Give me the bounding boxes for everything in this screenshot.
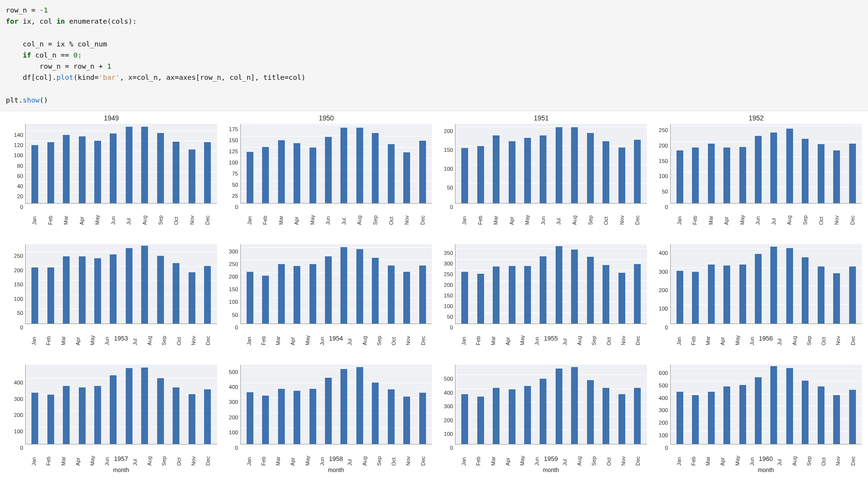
- bar: [786, 368, 793, 444]
- y-tick: 100: [14, 152, 23, 158]
- bar: [509, 389, 515, 444]
- x-tick: May: [305, 444, 310, 467]
- subplot-1960: 0100200300400500600JanFebMarAprMayJun196…: [651, 355, 862, 475]
- x-axis: JanFebMarAprMayJun1960JulAugSepOctNovDec: [670, 444, 862, 467]
- x-tick: Oct: [606, 444, 612, 467]
- bar: [587, 257, 594, 323]
- bar: [340, 128, 347, 203]
- chart-title: 1951: [436, 114, 647, 124]
- subplot-1951: 1951050100150200JanFebMarAprMayJunJulAug…: [436, 114, 647, 235]
- x-tick: Apr: [720, 444, 725, 467]
- chart-title: 1949: [6, 114, 217, 124]
- x-tick: Aug: [142, 204, 147, 226]
- x-tick: Nov: [619, 204, 625, 226]
- x-axis-label: month: [455, 467, 647, 475]
- plot-area: [25, 365, 217, 444]
- bar: [770, 247, 777, 323]
- bar: [739, 265, 746, 324]
- y-tick: 60: [17, 173, 23, 179]
- x-tick: Mar: [275, 324, 281, 346]
- bar: [419, 393, 426, 444]
- x-tick: Jun: [104, 444, 110, 467]
- x-tick: Sep: [376, 324, 382, 346]
- x-tick: Nov: [835, 444, 841, 467]
- x-tick: Nov: [620, 324, 626, 346]
- bar: [262, 147, 269, 203]
- bar: [556, 369, 562, 444]
- bar: [388, 389, 395, 444]
- y-tick: 100: [659, 306, 668, 311]
- x-axis-label: month: [670, 467, 862, 475]
- x-tick: Jul: [347, 324, 353, 346]
- bar: [786, 248, 793, 323]
- y-tick: 0: [665, 204, 668, 210]
- bar: [262, 396, 269, 444]
- bar: [325, 137, 332, 203]
- x-tick: Mar: [493, 204, 499, 226]
- x-tick: Oct: [821, 324, 826, 346]
- bar: [278, 264, 285, 324]
- x-tick: Jul: [562, 444, 568, 467]
- y-tick: 50: [447, 185, 453, 191]
- bar: [802, 257, 809, 323]
- x-tick: Oct: [391, 324, 397, 346]
- x-axis-label: [455, 226, 647, 235]
- bar: [587, 380, 594, 444]
- bar: [708, 144, 715, 203]
- chart-title: [651, 235, 862, 244]
- x-tick: Jul: [132, 444, 138, 467]
- y-tick: 200: [659, 420, 668, 426]
- bar: [477, 274, 484, 324]
- x-tick: Dec: [205, 324, 211, 346]
- x-tick: Jan: [31, 444, 37, 467]
- chart-title: 1950: [221, 114, 432, 124]
- plot-area: [240, 365, 432, 444]
- y-tick: 25: [232, 193, 238, 199]
- y-axis: 050100150200250300350: [436, 244, 455, 324]
- bar: [63, 135, 70, 203]
- bar: [110, 254, 117, 324]
- bar: [524, 266, 531, 324]
- chart-title-inline: 1953: [114, 335, 128, 342]
- x-tick: Nov: [834, 204, 839, 226]
- bar: [372, 133, 379, 203]
- x-tick: Oct: [606, 324, 612, 346]
- y-tick: 250: [14, 253, 23, 259]
- y-tick: 200: [444, 417, 453, 423]
- y-tick: 100: [444, 166, 453, 172]
- y-axis: 050100150200250300: [221, 244, 240, 324]
- y-tick: 150: [229, 137, 238, 143]
- bar: [309, 148, 316, 203]
- x-tick: Feb: [261, 444, 266, 467]
- x-tick: Oct: [603, 204, 609, 226]
- bar: [723, 386, 730, 444]
- y-axis: 050100150200250: [651, 124, 670, 204]
- x-tick: May: [739, 204, 745, 226]
- y-tick: 50: [17, 310, 23, 316]
- bar: [677, 150, 683, 203]
- bar: [294, 143, 300, 203]
- y-tick: 100: [444, 303, 453, 309]
- y-tick: 0: [20, 204, 23, 210]
- y-tick: 80: [17, 163, 23, 169]
- x-tick: Feb: [475, 324, 481, 346]
- bar: [692, 272, 699, 323]
- bar: [94, 386, 101, 444]
- bar: [739, 385, 746, 444]
- code-content: row_n = -1 for ix, col in enumerate(cols…: [6, 5, 862, 106]
- x-tick: Dec: [205, 444, 211, 467]
- chart-grid: 1949020406080100120140JanFebMarAprMayJun…: [0, 111, 868, 478]
- bar: [403, 397, 410, 444]
- x-tick: Nov: [620, 444, 626, 467]
- chart-title-inline: 1957: [114, 455, 128, 462]
- x-tick: Aug: [362, 324, 368, 346]
- x-tick: Jul: [341, 204, 347, 226]
- y-tick: 400: [659, 395, 668, 401]
- y-axis: 0100200300400500: [221, 365, 240, 444]
- x-tick: Dec: [420, 324, 426, 346]
- bar: [802, 139, 809, 203]
- x-tick: Apr: [720, 324, 725, 346]
- x-tick: Apr: [290, 324, 295, 346]
- bar: [677, 271, 683, 324]
- bar: [340, 369, 347, 444]
